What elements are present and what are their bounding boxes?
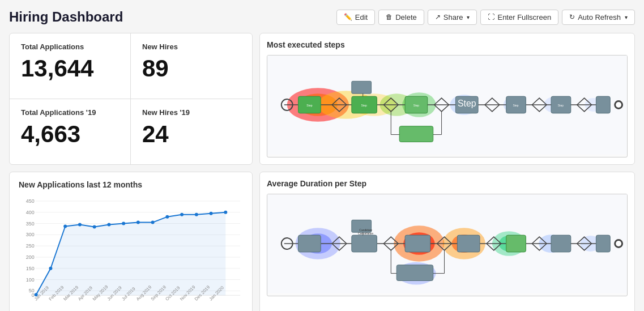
trash-icon: 🗑 (386, 13, 393, 21)
svg-point-71 (180, 213, 184, 216)
metric-new-hires-label: New Hires (142, 42, 241, 51)
svg-point-62 (49, 267, 52, 270)
new-applications-title: New Applications last 12 months (19, 180, 243, 189)
svg-rect-114 (551, 235, 571, 252)
svg-rect-116 (596, 235, 610, 252)
edit-button[interactable]: ✏️ Edit (336, 10, 375, 25)
metric-new-hires-19-value: 24 (142, 122, 241, 146)
dashboard-grid: Total Applications 13,644 New Hires 89 T… (9, 33, 635, 311)
avg-duration-title: Average Duration per Step (267, 179, 628, 188)
metrics-panel: Total Applications 13,644 New Hires 89 T… (9, 33, 253, 165)
svg-rect-108 (405, 235, 430, 252)
svg-text:300: 300 (26, 232, 35, 237)
metric-new-hires-19-label: New Hires '19 (142, 108, 241, 117)
metric-new-hires: New Hires 89 (131, 33, 252, 99)
share-icon: ↗ (435, 13, 441, 21)
most-executed-svg: Step Step Step Step Step Step (267, 56, 627, 155)
svg-marker-60 (36, 212, 226, 296)
fullscreen-button[interactable]: ⛶ Enter Fullscreen (480, 10, 558, 25)
svg-point-73 (210, 212, 213, 215)
metric-new-hires-19: New Hires '19 24 (131, 99, 252, 165)
most-executed-panel: Most executed steps (259, 33, 635, 165)
metric-total-applications: Total Applications 13,644 (10, 33, 131, 99)
svg-point-70 (165, 215, 169, 219)
svg-point-27 (616, 102, 621, 108)
svg-rect-106 (352, 235, 377, 252)
svg-rect-122 (396, 265, 433, 281)
svg-point-69 (151, 221, 155, 224)
svg-text:200: 200 (26, 254, 35, 260)
svg-point-67 (122, 222, 125, 225)
delete-button[interactable]: 🗑 Delete (378, 10, 424, 25)
svg-point-68 (137, 221, 140, 224)
svg-text:Step: Step (458, 99, 476, 108)
svg-text:400: 400 (26, 210, 35, 215)
metric-total-applications-19-label: Total Applications '19 (21, 108, 119, 117)
toolbar: ✏️ Edit 🗑 Delete ↗ Share ⛶ Enter Fullscr… (336, 10, 635, 25)
svg-point-74 (224, 211, 227, 214)
share-button[interactable]: ↗ Share (428, 10, 477, 25)
refresh-icon: ↻ (569, 13, 575, 21)
svg-text:Step: Step (306, 104, 312, 107)
metric-new-hires-value: 89 (142, 57, 241, 80)
svg-rect-110 (457, 235, 480, 252)
svg-text:Step: Step (513, 104, 518, 107)
svg-text:Cancellation: Cancellation (358, 232, 374, 235)
line-chart: 450 400 350 300 250 200 150 100 50 0 (19, 195, 243, 311)
most-executed-title: Most executed steps (267, 40, 628, 49)
svg-point-63 (63, 225, 67, 228)
svg-text:Candidate: Candidate (359, 229, 372, 232)
svg-text:150: 150 (26, 266, 35, 271)
edit-icon: ✏️ (344, 13, 352, 21)
new-applications-panel: New Applications last 12 months 450 400 … (9, 172, 253, 311)
metric-total-applications-19-value: 4,663 (21, 122, 119, 146)
svg-rect-25 (596, 96, 610, 113)
svg-text:100: 100 (26, 277, 35, 283)
fullscreen-icon: ⛶ (488, 13, 494, 21)
page-title: Hiring Dashboard (9, 9, 123, 25)
avg-duration-heatmap: Candidate Cancellation (267, 194, 628, 296)
svg-point-65 (93, 225, 96, 229)
page-header: Hiring Dashboard ✏️ Edit 🗑 Delete ↗ Shar… (9, 9, 635, 25)
avg-duration-svg: Candidate Cancellation (267, 194, 627, 293)
svg-text:450: 450 (26, 198, 35, 204)
svg-point-66 (107, 223, 110, 227)
svg-rect-31 (399, 126, 433, 142)
svg-point-64 (78, 223, 82, 227)
svg-text:Step: Step (361, 104, 367, 107)
svg-rect-32 (352, 81, 372, 93)
svg-text:Step: Step (558, 104, 564, 107)
most-executed-heatmap: Step Step Step Step Step Step (267, 55, 628, 157)
line-chart-svg: 450 400 350 300 250 200 150 100 50 0 (19, 195, 243, 311)
metric-total-applications-19: Total Applications '19 4,663 (10, 99, 131, 165)
metric-total-applications-value: 13,644 (21, 57, 119, 80)
svg-rect-112 (506, 235, 526, 252)
svg-point-72 (195, 213, 198, 216)
svg-rect-104 (298, 235, 321, 252)
autorefresh-button[interactable]: ↻ Auto Refresh (562, 10, 635, 25)
svg-text:Step: Step (413, 104, 419, 107)
avg-duration-panel: Average Duration per Step (259, 172, 635, 311)
svg-point-118 (616, 241, 621, 246)
svg-text:250: 250 (26, 243, 35, 249)
metric-total-applications-label: Total Applications (21, 42, 119, 51)
svg-text:350: 350 (26, 221, 35, 227)
